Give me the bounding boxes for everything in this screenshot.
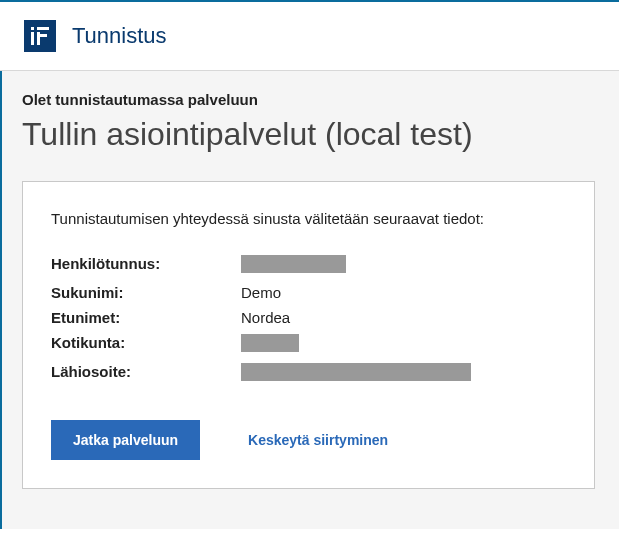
svg-rect-2 [37,27,49,30]
row-etunimet: Etunimet: Nordea [51,309,566,326]
svg-rect-1 [31,32,34,45]
continue-button[interactable]: Jatka palveluun [51,420,200,460]
redacted-block [241,255,346,273]
info-description: Tunnistautumisen yhteydessä sinusta väli… [51,210,566,227]
label-etunimet: Etunimet: [51,309,241,326]
button-row: Jatka palveluun Keskeytä siirtyminen [51,420,566,460]
redacted-block [241,334,299,352]
redacted-block [241,363,471,381]
page-title: Tullin asiointipalvelut (local test) [22,116,595,153]
svg-rect-4 [37,32,40,45]
main-content: Olet tunnistautumassa palveluun Tullin a… [0,71,619,529]
value-sukunimi: Demo [241,284,281,301]
header: Tunnistus [0,0,619,71]
label-henkilotunnus: Henkilötunnus: [51,255,241,276]
logo-icon [24,20,56,52]
value-lahiosoite [241,363,471,384]
row-sukunimi: Sukunimi: Demo [51,284,566,301]
row-kotikunta: Kotikunta: [51,334,566,355]
label-lahiosoite: Lähiosoite: [51,363,241,384]
info-card: Tunnistautumisen yhteydessä sinusta väli… [22,181,595,489]
row-henkilotunnus: Henkilötunnus: [51,255,566,276]
label-sukunimi: Sukunimi: [51,284,241,301]
value-kotikunta [241,334,299,355]
svg-rect-0 [31,27,34,30]
value-etunimet: Nordea [241,309,290,326]
intro-text: Olet tunnistautumassa palveluun [22,91,595,108]
info-table: Henkilötunnus: Sukunimi: Demo Etunimet: … [51,255,566,384]
value-henkilotunnus [241,255,346,276]
brand-name: Tunnistus [72,23,167,49]
cancel-link[interactable]: Keskeytä siirtyminen [248,432,388,448]
row-lahiosoite: Lähiosoite: [51,363,566,384]
label-kotikunta: Kotikunta: [51,334,241,355]
